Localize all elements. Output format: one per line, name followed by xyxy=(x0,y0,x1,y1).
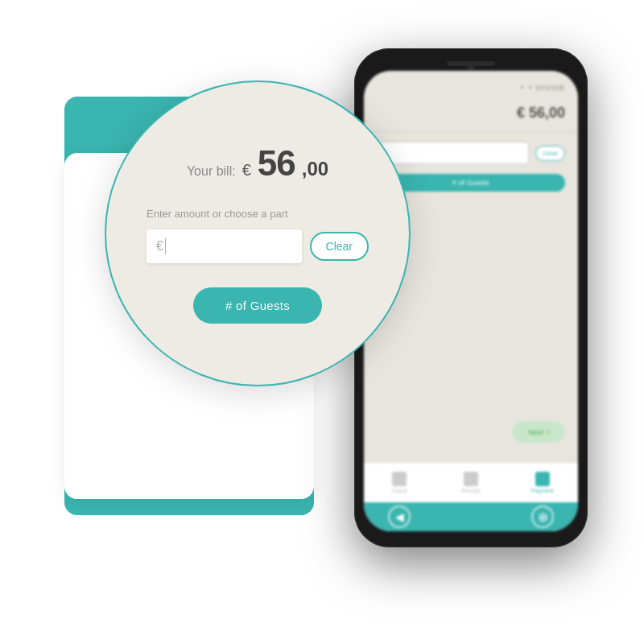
plus-icon: + xyxy=(520,84,525,92)
screen-next-button[interactable]: Next › xyxy=(512,421,565,443)
circle-clear-button[interactable]: Clear xyxy=(310,232,369,261)
screen-bill-section: € 56,00 xyxy=(364,98,578,132)
circle-input-row: € Clear xyxy=(147,229,369,263)
circle-hint-text: Enter amount or choose a part xyxy=(147,208,288,220)
phone-tab-bar: Guest Receipt Payment xyxy=(364,462,578,502)
zoom-circle: Your bill: € 56,00 Enter amount or choos… xyxy=(105,80,411,386)
next-label: Next xyxy=(528,428,543,436)
screen-clear-button[interactable]: Clear xyxy=(535,146,565,161)
circle-bill-label: Your bill: xyxy=(187,164,236,179)
phone-screen: + + DIVIDE € 56,00 € Clear # xyxy=(364,71,578,531)
circle-guests-button[interactable]: # of Guests xyxy=(193,287,322,324)
circle-amount-whole: 56 xyxy=(258,143,295,184)
payment-tab-label: Payment xyxy=(531,488,554,493)
guest-tab-label: Guest xyxy=(392,488,407,493)
tab-guest[interactable]: Guest xyxy=(364,463,436,502)
search-nav-button[interactable]: ⊕ xyxy=(531,506,554,528)
receipt-tab-label: Receipt xyxy=(461,488,481,493)
screen-guests-button[interactable]: # of Guests xyxy=(377,174,565,192)
guest-tab-icon xyxy=(392,472,407,486)
search-icon: ⊕ xyxy=(538,510,548,525)
back-icon: ◀ xyxy=(395,510,404,523)
screen-bill-value: € 56,00 xyxy=(517,105,565,122)
tab-payment[interactable]: Payment xyxy=(506,463,578,502)
screen-nav-bar: ◀ ⊕ xyxy=(364,502,578,531)
next-arrow-icon: › xyxy=(547,427,549,436)
screen-bill-amount: € 56,00 xyxy=(377,105,565,122)
circle-bill-row: Your bill: € 56,00 xyxy=(187,143,328,184)
payment-tab-icon xyxy=(535,472,550,486)
receipt-tab-icon xyxy=(464,472,478,486)
divide-button[interactable]: + + DIVIDE xyxy=(520,84,565,92)
circle-input-cursor xyxy=(165,238,166,254)
divide-label: + DIVIDE xyxy=(528,84,565,92)
circle-input-euro: € xyxy=(156,239,163,254)
back-nav-button[interactable]: ◀ xyxy=(388,506,411,528)
screen-input-row: € Clear xyxy=(377,142,565,164)
circle-amount-input-box[interactable]: € xyxy=(147,229,302,263)
screen-amount-input[interactable]: € xyxy=(377,142,529,164)
tab-receipt[interactable]: Receipt xyxy=(436,463,507,502)
screen-next-section: Next › xyxy=(512,421,565,443)
circle-content: Your bill: € 56,00 Enter amount or choos… xyxy=(106,143,409,324)
phone-camera xyxy=(467,63,475,71)
circle-amount-decimal: ,00 xyxy=(302,158,328,180)
circle-currency-symbol: € xyxy=(242,161,251,180)
screen-header: + + DIVIDE xyxy=(364,71,578,98)
